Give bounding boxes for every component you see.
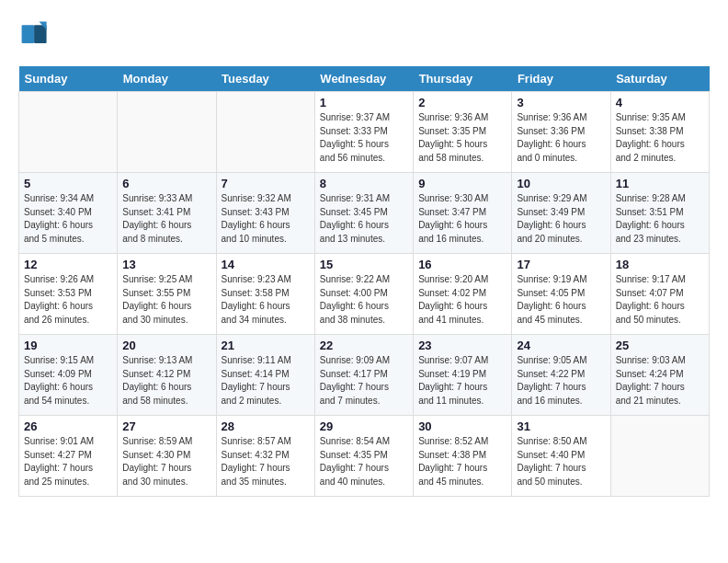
- day-number: 15: [320, 258, 408, 271]
- day-info: Sunrise: 9:31 AMSunset: 3:45 PMDaylight:…: [320, 192, 408, 246]
- calendar-cell: 25Sunrise: 9:03 AMSunset: 4:24 PMDayligh…: [610, 335, 709, 416]
- page-header: [18, 18, 710, 52]
- day-info: Sunrise: 8:54 AMSunset: 4:35 PMDaylight:…: [320, 435, 408, 488]
- calendar-table: SundayMondayTuesdayWednesdayThursdayFrid…: [18, 66, 710, 497]
- day-info: Sunrise: 9:15 AMSunset: 4:09 PMDaylight:…: [24, 354, 112, 408]
- day-info: Sunrise: 8:50 AMSunset: 4:40 PMDaylight:…: [517, 435, 605, 488]
- day-number: 1: [320, 96, 408, 109]
- day-info: Sunrise: 9:17 AMSunset: 4:07 PMDaylight:…: [616, 273, 704, 327]
- calendar-cell: 18Sunrise: 9:17 AMSunset: 4:07 PMDayligh…: [610, 254, 709, 335]
- calendar-cell: 1Sunrise: 9:37 AMSunset: 3:33 PMDaylight…: [314, 92, 413, 173]
- day-number: 28: [222, 419, 310, 433]
- day-number: 29: [320, 419, 408, 433]
- calendar-cell: 7Sunrise: 9:32 AMSunset: 3:43 PMDaylight…: [216, 173, 314, 254]
- calendar-week-row: 12Sunrise: 9:26 AMSunset: 3:53 PMDayligh…: [19, 254, 710, 335]
- day-number: 13: [122, 258, 210, 271]
- day-number: 19: [24, 339, 112, 352]
- day-number: 6: [122, 177, 210, 190]
- day-info: Sunrise: 9:03 AMSunset: 4:24 PMDaylight:…: [616, 354, 704, 408]
- day-number: 2: [418, 96, 506, 109]
- calendar-cell: 2Sunrise: 9:36 AMSunset: 3:35 PMDaylight…: [414, 92, 512, 173]
- day-of-week-header: Wednesday: [314, 66, 413, 92]
- calendar-cell: [610, 416, 709, 497]
- day-info: Sunrise: 8:52 AMSunset: 4:38 PMDaylight:…: [418, 435, 506, 488]
- day-number: 18: [616, 258, 704, 271]
- day-number: 17: [517, 258, 605, 271]
- day-number: 21: [222, 339, 310, 352]
- day-of-week-header: Thursday: [414, 66, 512, 92]
- logo: [18, 18, 57, 52]
- day-of-week-header: Friday: [512, 66, 610, 92]
- day-info: Sunrise: 9:01 AMSunset: 4:27 PMDaylight:…: [24, 435, 112, 488]
- calendar-week-row: 19Sunrise: 9:15 AMSunset: 4:09 PMDayligh…: [19, 335, 710, 416]
- day-of-week-header: Monday: [118, 66, 216, 92]
- calendar-cell: 27Sunrise: 8:59 AMSunset: 4:30 PMDayligh…: [118, 416, 216, 497]
- day-info: Sunrise: 9:36 AMSunset: 3:36 PMDaylight:…: [517, 111, 605, 165]
- calendar-cell: 14Sunrise: 9:23 AMSunset: 3:58 PMDayligh…: [216, 254, 314, 335]
- day-of-week-header: Saturday: [610, 66, 709, 92]
- svg-rect-1: [22, 25, 34, 43]
- calendar-cell: 29Sunrise: 8:54 AMSunset: 4:35 PMDayligh…: [314, 416, 413, 497]
- calendar-cell: 12Sunrise: 9:26 AMSunset: 3:53 PMDayligh…: [19, 254, 118, 335]
- day-info: Sunrise: 9:19 AMSunset: 4:05 PMDaylight:…: [517, 273, 605, 327]
- calendar-cell: 9Sunrise: 9:30 AMSunset: 3:47 PMDaylight…: [414, 173, 512, 254]
- calendar-cell: 6Sunrise: 9:33 AMSunset: 3:41 PMDaylight…: [118, 173, 216, 254]
- day-number: 20: [122, 339, 210, 352]
- day-number: 7: [222, 177, 310, 190]
- day-info: Sunrise: 9:35 AMSunset: 3:38 PMDaylight:…: [616, 111, 704, 165]
- day-info: Sunrise: 9:30 AMSunset: 3:47 PMDaylight:…: [418, 192, 506, 246]
- day-info: Sunrise: 9:25 AMSunset: 3:55 PMDaylight:…: [122, 273, 210, 327]
- logo-icon: [18, 18, 51, 52]
- day-info: Sunrise: 9:37 AMSunset: 3:33 PMDaylight:…: [320, 111, 408, 165]
- day-info: Sunrise: 9:20 AMSunset: 4:02 PMDaylight:…: [418, 273, 506, 327]
- day-info: Sunrise: 9:29 AMSunset: 3:49 PMDaylight:…: [517, 192, 605, 246]
- day-number: 3: [517, 96, 605, 109]
- day-of-week-header: Tuesday: [216, 66, 314, 92]
- calendar-week-row: 1Sunrise: 9:37 AMSunset: 3:33 PMDaylight…: [19, 92, 710, 173]
- day-info: Sunrise: 9:36 AMSunset: 3:35 PMDaylight:…: [418, 111, 506, 165]
- day-number: 12: [24, 258, 112, 271]
- day-number: 9: [418, 177, 506, 190]
- day-info: Sunrise: 8:59 AMSunset: 4:30 PMDaylight:…: [122, 435, 210, 488]
- day-info: Sunrise: 9:32 AMSunset: 3:43 PMDaylight:…: [222, 192, 310, 246]
- day-number: 5: [24, 177, 112, 190]
- calendar-cell: 13Sunrise: 9:25 AMSunset: 3:55 PMDayligh…: [118, 254, 216, 335]
- day-info: Sunrise: 9:07 AMSunset: 4:19 PMDaylight:…: [418, 354, 506, 408]
- day-info: Sunrise: 9:05 AMSunset: 4:22 PMDaylight:…: [517, 354, 605, 408]
- day-number: 10: [517, 177, 605, 190]
- day-info: Sunrise: 9:13 AMSunset: 4:12 PMDaylight:…: [122, 354, 210, 408]
- calendar-cell: 20Sunrise: 9:13 AMSunset: 4:12 PMDayligh…: [118, 335, 216, 416]
- calendar-cell: 30Sunrise: 8:52 AMSunset: 4:38 PMDayligh…: [414, 416, 512, 497]
- calendar-cell: 21Sunrise: 9:11 AMSunset: 4:14 PMDayligh…: [216, 335, 314, 416]
- day-info: Sunrise: 9:22 AMSunset: 4:00 PMDaylight:…: [320, 273, 408, 327]
- calendar-cell: 26Sunrise: 9:01 AMSunset: 4:27 PMDayligh…: [19, 416, 118, 497]
- day-info: Sunrise: 9:26 AMSunset: 3:53 PMDaylight:…: [24, 273, 112, 327]
- calendar-week-row: 5Sunrise: 9:34 AMSunset: 3:40 PMDaylight…: [19, 173, 710, 254]
- day-number: 8: [320, 177, 408, 190]
- day-number: 11: [616, 177, 704, 190]
- calendar-cell: 15Sunrise: 9:22 AMSunset: 4:00 PMDayligh…: [314, 254, 413, 335]
- day-number: 22: [320, 339, 408, 352]
- day-info: Sunrise: 9:33 AMSunset: 3:41 PMDaylight:…: [122, 192, 210, 246]
- calendar-cell: 31Sunrise: 8:50 AMSunset: 4:40 PMDayligh…: [512, 416, 610, 497]
- calendar-cell: [216, 92, 314, 173]
- day-info: Sunrise: 9:11 AMSunset: 4:14 PMDaylight:…: [222, 354, 310, 408]
- calendar-cell: 5Sunrise: 9:34 AMSunset: 3:40 PMDaylight…: [19, 173, 118, 254]
- calendar-cell: 22Sunrise: 9:09 AMSunset: 4:17 PMDayligh…: [314, 335, 413, 416]
- calendar-cell: 11Sunrise: 9:28 AMSunset: 3:51 PMDayligh…: [610, 173, 709, 254]
- day-number: 14: [222, 258, 310, 271]
- day-number: 25: [616, 339, 704, 352]
- calendar-cell: 28Sunrise: 8:57 AMSunset: 4:32 PMDayligh…: [216, 416, 314, 497]
- calendar-cell: 8Sunrise: 9:31 AMSunset: 3:45 PMDaylight…: [314, 173, 413, 254]
- day-info: Sunrise: 9:09 AMSunset: 4:17 PMDaylight:…: [320, 354, 408, 408]
- day-number: 24: [517, 339, 605, 352]
- calendar-header-row: SundayMondayTuesdayWednesdayThursdayFrid…: [19, 66, 710, 92]
- day-number: 23: [418, 339, 506, 352]
- day-number: 30: [418, 419, 506, 433]
- day-number: 31: [517, 419, 605, 433]
- calendar-cell: 3Sunrise: 9:36 AMSunset: 3:36 PMDaylight…: [512, 92, 610, 173]
- calendar-cell: [118, 92, 216, 173]
- calendar-cell: [19, 92, 118, 173]
- day-number: 16: [418, 258, 506, 271]
- day-number: 26: [24, 419, 112, 433]
